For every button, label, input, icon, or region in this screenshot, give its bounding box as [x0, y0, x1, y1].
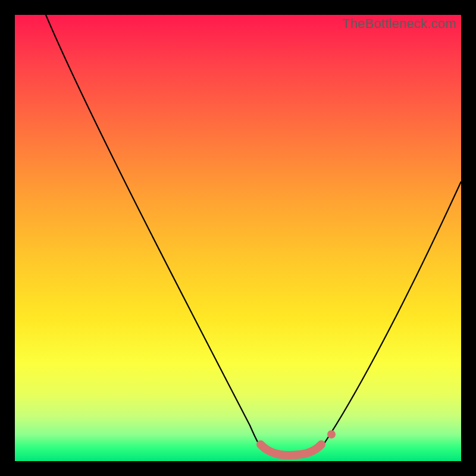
plot-area: TheBottleneck.com	[15, 15, 461, 461]
curve-layer	[15, 15, 461, 461]
bottleneck-curve	[46, 15, 461, 456]
chart-stage: TheBottleneck.com	[0, 0, 476, 476]
highlight-dot	[327, 430, 336, 439]
highlight-region	[261, 444, 321, 455]
